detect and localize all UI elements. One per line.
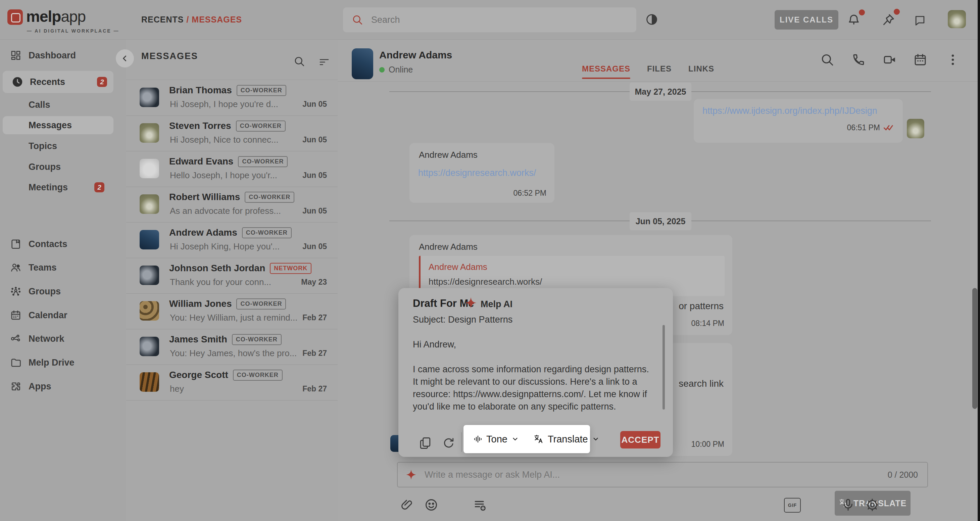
chat-bubble-icon[interactable] xyxy=(913,14,926,27)
list-search-icon[interactable] xyxy=(293,56,305,67)
top-bar: melpapp — AI DIGITAL WORKPLACE — RECENTS… xyxy=(0,0,980,40)
sidebar-item-label: Groups xyxy=(29,162,61,172)
accept-button[interactable]: ACCEPT xyxy=(620,431,660,448)
message-input[interactable] xyxy=(424,469,888,480)
avatar xyxy=(140,230,159,249)
contacts-icon xyxy=(10,238,21,250)
draft-toolbar: Tone Translate ACCEPT xyxy=(398,432,673,457)
status-label: Online xyxy=(389,65,413,75)
conversation-row-brian-thomas[interactable]: Brian ThomasCO-WORKER Hi Joseph, I hope … xyxy=(126,80,337,116)
conversation-row-steven-torres[interactable]: Steven TorresCO-WORKER Hi Joseph, Nice t… xyxy=(126,115,337,151)
sidebar-item-contacts[interactable]: Contacts xyxy=(0,233,126,255)
chat-header: Andrew Adams Online MESSAGES FILES LINKS xyxy=(337,39,980,81)
message-time: 06:51 PM xyxy=(847,123,880,132)
contact-avatar[interactable] xyxy=(352,48,373,79)
sidebar-item-apps[interactable]: Apps xyxy=(0,376,126,397)
message-preview: hey xyxy=(170,384,298,394)
contact-name: Johnson Seth Jordan xyxy=(169,263,265,273)
translate-label: Translate xyxy=(548,434,588,445)
read-receipt-icon xyxy=(883,124,895,132)
chat-search-icon[interactable] xyxy=(820,53,834,67)
translate-dropdown[interactable]: Translate xyxy=(534,434,600,445)
avatar xyxy=(140,301,159,320)
sidebar-item-label: Meetings xyxy=(29,182,68,193)
relationship-badge: CO-WORKER xyxy=(236,298,286,309)
contact-name: Edward Evans xyxy=(169,156,233,167)
message-composer[interactable]: 0 / 2000 xyxy=(397,462,928,488)
conversation-row-edward-evans[interactable]: Edward EvansCO-WORKER Hello Joseph, I ho… xyxy=(126,151,337,187)
draft-scrollbar[interactable] xyxy=(662,325,665,409)
settings-gear-icon[interactable] xyxy=(865,498,879,512)
melp-logo-icon[interactable] xyxy=(7,10,23,25)
sidebar-item-calls[interactable]: Calls xyxy=(0,94,126,115)
draft-body-text[interactable]: Subject: Design Patterns Hi Andrew, I ca… xyxy=(413,316,655,432)
avatar xyxy=(140,194,159,214)
breadcrumb-messages: MESSAGES xyxy=(192,15,242,24)
brand-tagline: — AI DIGITAL WORKPLACE — xyxy=(27,28,119,33)
conversation-row-james-smith[interactable]: James SmithCO-WORKER You: Hey James, how… xyxy=(126,329,337,365)
incoming-message-link[interactable]: Andrew Adams https://designresearch.work… xyxy=(409,143,554,203)
sidebar-item-label: Melp Drive xyxy=(29,357,75,368)
gif-icon[interactable]: GIF xyxy=(784,498,801,513)
tab-messages[interactable]: MESSAGES xyxy=(582,64,630,79)
conversation-row-george-scott[interactable]: George ScottCO-WORKER hey Feb 27 xyxy=(126,365,337,400)
sidebar-item-groups-recent[interactable]: Groups xyxy=(0,156,126,178)
relationship-badge: CO-WORKER xyxy=(242,227,292,238)
sidebar-item-label: Calendar xyxy=(29,310,67,320)
tab-files[interactable]: FILES xyxy=(647,64,671,79)
message-link[interactable]: https://www.ijdesign.org/index.php/IJDes… xyxy=(702,106,877,116)
conversation-row-william-jones[interactable]: William JonesCO-WORKER You: Hey William,… xyxy=(126,293,337,329)
contact-name[interactable]: Andrew Adams xyxy=(379,49,452,61)
microphone-icon[interactable] xyxy=(841,498,855,512)
sidebar-item-groups[interactable]: Groups xyxy=(0,280,126,302)
recents-clock-icon xyxy=(11,76,24,88)
sidebar-item-label: Groups xyxy=(29,286,61,297)
window-scrollbar-thumb[interactable] xyxy=(972,288,977,409)
sidebar-item-calendar[interactable]: Calendar xyxy=(0,304,126,326)
notifications-badge xyxy=(859,10,865,16)
sidebar-item-network[interactable]: Network xyxy=(0,328,126,349)
sidebar-item-dashboard[interactable]: Dashboard xyxy=(0,45,126,66)
notifications-bell-icon[interactable] xyxy=(847,13,861,27)
attachment-icon[interactable] xyxy=(400,498,414,512)
schedule-calendar-icon[interactable] xyxy=(913,53,927,67)
sidebar-item-recents[interactable]: Recents 2 xyxy=(3,71,113,93)
template-icon[interactable] xyxy=(473,498,487,513)
sidebar-item-teams[interactable]: Teams xyxy=(0,257,126,278)
breadcrumb-recents[interactable]: RECENTS xyxy=(141,15,184,24)
brand-wordmark: melpapp xyxy=(26,7,86,25)
global-search-input[interactable] xyxy=(371,14,636,25)
regenerate-icon[interactable] xyxy=(442,437,455,450)
list-sort-icon[interactable] xyxy=(318,56,330,68)
more-options-icon[interactable] xyxy=(946,53,960,67)
copy-icon[interactable] xyxy=(418,436,433,451)
sidebar-item-topics[interactable]: Topics xyxy=(0,135,126,157)
video-call-icon[interactable] xyxy=(883,53,897,67)
conversation-row-andrew-adams[interactable]: Andrew AdamsCO-WORKER Hi Joseph King, Ho… xyxy=(126,222,337,258)
relationship-badge: CO-WORKER xyxy=(232,334,282,345)
breadcrumb: RECENTS / MESSAGES xyxy=(141,15,242,24)
user-avatar[interactable] xyxy=(948,10,966,28)
message-date: Feb 27 xyxy=(302,313,327,322)
contact-name: Steven Torres xyxy=(169,121,231,131)
message-preview: As an advocate for profess... xyxy=(170,206,298,216)
sidebar-collapse-button[interactable] xyxy=(116,49,134,67)
global-search[interactable] xyxy=(343,7,636,32)
conversation-row-robert-williams[interactable]: Robert WilliamsCO-WORKER As an advocate … xyxy=(126,186,337,223)
voice-call-icon[interactable] xyxy=(851,53,865,67)
emoji-icon[interactable] xyxy=(424,498,438,512)
outgoing-message-link[interactable]: https://www.ijdesign.org/index.php/IJDes… xyxy=(694,99,903,143)
theme-toggle-icon[interactable] xyxy=(645,13,659,26)
sidebar-item-messages[interactable]: Messages xyxy=(3,116,113,134)
pin-icon[interactable] xyxy=(881,13,896,27)
message-link[interactable]: https://designresearch.works/ xyxy=(418,168,536,178)
live-calls-button[interactable]: LIVE CALLS xyxy=(775,10,838,30)
character-counter: 0 / 2000 xyxy=(888,470,918,480)
tab-links[interactable]: LINKS xyxy=(688,64,714,79)
message-date: Feb 27 xyxy=(302,384,327,394)
sidebar-item-melp-drive[interactable]: Melp Drive xyxy=(0,352,126,373)
conversation-row-johnson-seth-jordan[interactable]: Johnson Seth JordanNETWORK Thank you for… xyxy=(126,258,337,294)
tone-dropdown[interactable]: Tone xyxy=(474,434,519,445)
message-date: Feb 27 xyxy=(302,349,327,358)
sidebar-item-meetings[interactable]: Meetings 2 xyxy=(0,177,126,198)
